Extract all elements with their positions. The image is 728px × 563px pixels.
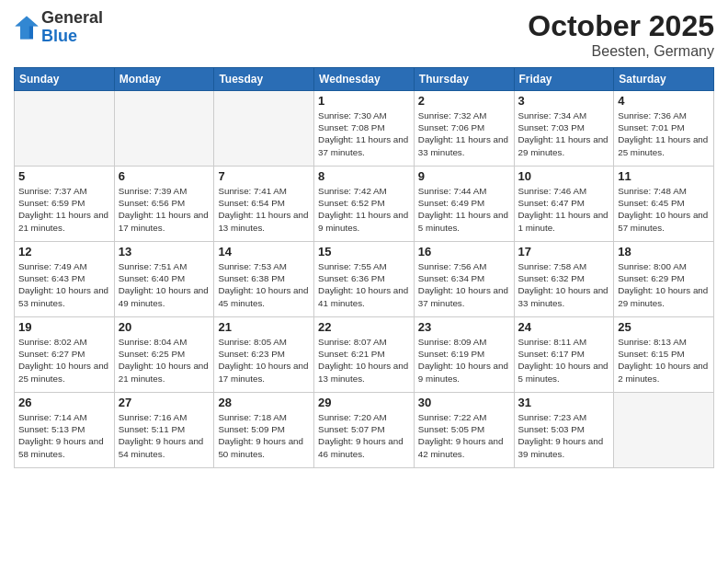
day-number: 10 bbox=[518, 169, 610, 183]
day-number: 5 bbox=[18, 169, 110, 183]
day-info: Sunrise: 7:53 AM Sunset: 6:38 PM Dayligh… bbox=[218, 260, 310, 309]
day-number: 8 bbox=[318, 169, 410, 183]
day-info: Sunrise: 7:30 AM Sunset: 7:08 PM Dayligh… bbox=[318, 109, 410, 158]
logo-icon bbox=[14, 15, 40, 40]
day-info: Sunrise: 7:56 AM Sunset: 6:34 PM Dayligh… bbox=[418, 260, 510, 309]
col-monday: Monday bbox=[114, 68, 214, 91]
day-info: Sunrise: 7:51 AM Sunset: 6:40 PM Dayligh… bbox=[119, 260, 210, 309]
day-number: 7 bbox=[218, 169, 310, 183]
day-info: Sunrise: 7:36 AM Sunset: 7:01 PM Dayligh… bbox=[618, 109, 710, 158]
day-info: Sunrise: 7:34 AM Sunset: 7:03 PM Dayligh… bbox=[518, 109, 610, 158]
calendar-cell-4-3: 29Sunrise: 7:20 AM Sunset: 5:07 PM Dayli… bbox=[314, 393, 415, 468]
calendar-cell-2-1: 13Sunrise: 7:51 AM Sunset: 6:40 PM Dayli… bbox=[114, 242, 214, 317]
day-info: Sunrise: 7:49 AM Sunset: 6:43 PM Dayligh… bbox=[18, 260, 110, 309]
calendar-cell-3-5: 24Sunrise: 8:11 AM Sunset: 6:17 PM Dayli… bbox=[514, 317, 614, 393]
calendar-cell-0-0 bbox=[15, 91, 115, 167]
day-number: 17 bbox=[518, 245, 610, 259]
day-number: 19 bbox=[18, 320, 110, 334]
svg-marker-1 bbox=[15, 16, 38, 39]
location-label: Beesten, Germany bbox=[528, 43, 714, 60]
page: General Blue October 2025 Beesten, Germa… bbox=[0, 0, 728, 563]
day-info: Sunrise: 7:16 AM Sunset: 5:11 PM Dayligh… bbox=[119, 411, 210, 460]
day-info: Sunrise: 7:41 AM Sunset: 6:54 PM Dayligh… bbox=[218, 185, 310, 234]
day-info: Sunrise: 7:55 AM Sunset: 6:36 PM Dayligh… bbox=[318, 260, 410, 309]
calendar-cell-4-4: 30Sunrise: 7:22 AM Sunset: 5:05 PM Dayli… bbox=[414, 393, 514, 468]
day-number: 16 bbox=[418, 245, 510, 259]
day-info: Sunrise: 7:46 AM Sunset: 6:47 PM Dayligh… bbox=[518, 185, 610, 234]
calendar-cell-0-6: 4Sunrise: 7:36 AM Sunset: 7:01 PM Daylig… bbox=[614, 91, 714, 167]
calendar-week-row-4: 26Sunrise: 7:14 AM Sunset: 5:13 PM Dayli… bbox=[15, 393, 714, 468]
day-info: Sunrise: 7:44 AM Sunset: 6:49 PM Dayligh… bbox=[418, 185, 510, 234]
title-section: October 2025 Beesten, Germany bbox=[528, 9, 714, 60]
calendar-cell-0-2 bbox=[214, 91, 314, 167]
day-info: Sunrise: 8:05 AM Sunset: 6:23 PM Dayligh… bbox=[218, 336, 310, 385]
calendar-cell-4-5: 31Sunrise: 7:23 AM Sunset: 5:03 PM Dayli… bbox=[514, 393, 614, 468]
day-number: 30 bbox=[418, 396, 510, 409]
col-friday: Friday bbox=[514, 68, 614, 91]
col-wednesday: Wednesday bbox=[314, 68, 415, 91]
calendar-cell-2-3: 15Sunrise: 7:55 AM Sunset: 6:36 PM Dayli… bbox=[314, 242, 415, 317]
day-info: Sunrise: 7:58 AM Sunset: 6:32 PM Dayligh… bbox=[518, 260, 610, 309]
day-number: 21 bbox=[218, 320, 310, 334]
calendar-header-row: Sunday Monday Tuesday Wednesday Thursday… bbox=[15, 68, 714, 91]
calendar-cell-0-5: 3Sunrise: 7:34 AM Sunset: 7:03 PM Daylig… bbox=[514, 91, 614, 167]
day-number: 18 bbox=[618, 245, 710, 259]
day-number: 15 bbox=[318, 245, 410, 259]
day-info: Sunrise: 8:07 AM Sunset: 6:21 PM Dayligh… bbox=[318, 336, 410, 385]
calendar-cell-3-4: 23Sunrise: 8:09 AM Sunset: 6:19 PM Dayli… bbox=[414, 317, 514, 393]
col-sunday: Sunday bbox=[15, 68, 115, 91]
calendar-cell-1-4: 9Sunrise: 7:44 AM Sunset: 6:49 PM Daylig… bbox=[414, 167, 514, 242]
day-info: Sunrise: 7:18 AM Sunset: 5:09 PM Dayligh… bbox=[218, 411, 310, 460]
calendar-cell-0-4: 2Sunrise: 7:32 AM Sunset: 7:06 PM Daylig… bbox=[414, 91, 514, 167]
day-info: Sunrise: 7:14 AM Sunset: 5:13 PM Dayligh… bbox=[18, 411, 110, 460]
header: General Blue October 2025 Beesten, Germa… bbox=[14, 9, 714, 60]
calendar-cell-3-0: 19Sunrise: 8:02 AM Sunset: 6:27 PM Dayli… bbox=[15, 317, 115, 393]
day-number: 26 bbox=[18, 396, 110, 409]
calendar-cell-2-0: 12Sunrise: 7:49 AM Sunset: 6:43 PM Dayli… bbox=[15, 242, 115, 317]
day-number: 31 bbox=[518, 396, 610, 409]
calendar-cell-4-2: 28Sunrise: 7:18 AM Sunset: 5:09 PM Dayli… bbox=[214, 393, 314, 468]
day-info: Sunrise: 7:32 AM Sunset: 7:06 PM Dayligh… bbox=[418, 109, 510, 158]
calendar-cell-4-6 bbox=[614, 393, 714, 468]
calendar-cell-1-2: 7Sunrise: 7:41 AM Sunset: 6:54 PM Daylig… bbox=[214, 167, 314, 242]
day-number: 6 bbox=[119, 169, 210, 183]
day-number: 1 bbox=[318, 94, 410, 108]
calendar-cell-1-5: 10Sunrise: 7:46 AM Sunset: 6:47 PM Dayli… bbox=[514, 167, 614, 242]
day-number: 13 bbox=[119, 245, 210, 259]
month-title: October 2025 bbox=[528, 9, 714, 43]
calendar-cell-3-3: 22Sunrise: 8:07 AM Sunset: 6:21 PM Dayli… bbox=[314, 317, 415, 393]
day-number: 2 bbox=[418, 94, 510, 108]
logo-text: General Blue bbox=[41, 9, 103, 46]
day-number: 12 bbox=[18, 245, 110, 259]
calendar-cell-1-6: 11Sunrise: 7:48 AM Sunset: 6:45 PM Dayli… bbox=[614, 167, 714, 242]
day-info: Sunrise: 8:00 AM Sunset: 6:29 PM Dayligh… bbox=[618, 260, 710, 309]
day-info: Sunrise: 7:42 AM Sunset: 6:52 PM Dayligh… bbox=[318, 185, 410, 234]
calendar-cell-3-2: 21Sunrise: 8:05 AM Sunset: 6:23 PM Dayli… bbox=[214, 317, 314, 393]
calendar-cell-2-2: 14Sunrise: 7:53 AM Sunset: 6:38 PM Dayli… bbox=[214, 242, 314, 317]
day-number: 11 bbox=[618, 169, 710, 183]
calendar-week-row-2: 12Sunrise: 7:49 AM Sunset: 6:43 PM Dayli… bbox=[15, 242, 714, 317]
day-number: 27 bbox=[119, 396, 210, 409]
calendar-week-row-0: 1Sunrise: 7:30 AM Sunset: 7:08 PM Daylig… bbox=[15, 91, 714, 167]
col-tuesday: Tuesday bbox=[214, 68, 314, 91]
day-number: 29 bbox=[318, 396, 410, 409]
col-thursday: Thursday bbox=[414, 68, 514, 91]
day-info: Sunrise: 7:39 AM Sunset: 6:56 PM Dayligh… bbox=[119, 185, 210, 234]
day-number: 4 bbox=[618, 94, 710, 108]
calendar-week-row-1: 5Sunrise: 7:37 AM Sunset: 6:59 PM Daylig… bbox=[15, 167, 714, 242]
day-number: 20 bbox=[119, 320, 210, 334]
calendar-cell-3-1: 20Sunrise: 8:04 AM Sunset: 6:25 PM Dayli… bbox=[114, 317, 214, 393]
calendar-cell-4-1: 27Sunrise: 7:16 AM Sunset: 5:11 PM Dayli… bbox=[114, 393, 214, 468]
day-number: 24 bbox=[518, 320, 610, 334]
day-info: Sunrise: 8:09 AM Sunset: 6:19 PM Dayligh… bbox=[418, 336, 510, 385]
logo-general-label: General bbox=[41, 9, 103, 28]
calendar-cell-4-0: 26Sunrise: 7:14 AM Sunset: 5:13 PM Dayli… bbox=[15, 393, 115, 468]
logo: General Blue bbox=[14, 9, 103, 46]
calendar-table: Sunday Monday Tuesday Wednesday Thursday… bbox=[14, 67, 714, 468]
calendar-cell-1-0: 5Sunrise: 7:37 AM Sunset: 6:59 PM Daylig… bbox=[15, 167, 115, 242]
calendar-cell-2-5: 17Sunrise: 7:58 AM Sunset: 6:32 PM Dayli… bbox=[514, 242, 614, 317]
day-number: 25 bbox=[618, 320, 710, 334]
day-info: Sunrise: 8:04 AM Sunset: 6:25 PM Dayligh… bbox=[119, 336, 210, 385]
day-info: Sunrise: 7:48 AM Sunset: 6:45 PM Dayligh… bbox=[618, 185, 710, 234]
day-info: Sunrise: 8:02 AM Sunset: 6:27 PM Dayligh… bbox=[18, 336, 110, 385]
